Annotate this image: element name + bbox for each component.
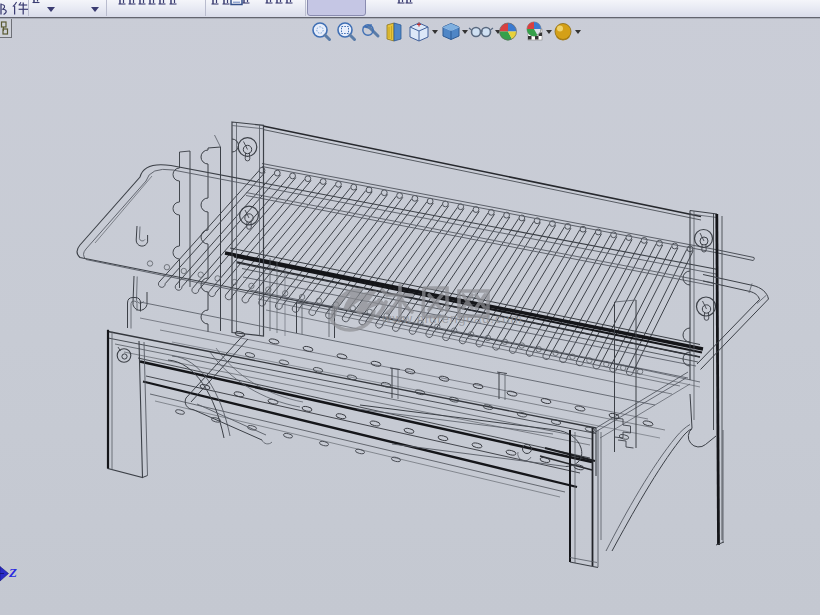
tray-bracket-strip	[173, 135, 221, 332]
hud-view-settings-button[interactable]	[555, 24, 581, 40]
hud-view-orientation-button[interactable]	[410, 23, 438, 42]
triad-z-label: Z	[9, 565, 17, 581]
right-carry-handle	[697, 275, 769, 370]
origin-triad	[0, 567, 9, 582]
hud-display-style-button[interactable]	[443, 24, 468, 40]
right-legs-and-arch	[570, 425, 724, 568]
hud-zoom-fit-button[interactable]	[313, 23, 330, 40]
hud-previous-view-button[interactable]	[362, 24, 378, 36]
hud-section-view-button[interactable]	[387, 23, 401, 41]
hud-edit-appearance-button[interactable]	[499, 23, 516, 40]
grill-wireframe-model[interactable]	[77, 122, 769, 568]
hud-hide-show-items-button[interactable]	[469, 28, 501, 37]
solidworks-viewport-window: 部件 沐风网 www.mufengcad.com Z	[0, 0, 820, 615]
hud-apply-scene-button[interactable]	[527, 22, 552, 40]
graphics-area[interactable]	[0, 0, 820, 615]
front-left-leg	[108, 298, 148, 478]
hud-zoom-area-button[interactable]	[338, 23, 355, 40]
left-arch-and-handle	[168, 335, 303, 444]
back-rail	[263, 126, 701, 220]
right-end-panel	[683, 211, 722, 546]
heads-up-view-toolbar	[313, 22, 581, 41]
